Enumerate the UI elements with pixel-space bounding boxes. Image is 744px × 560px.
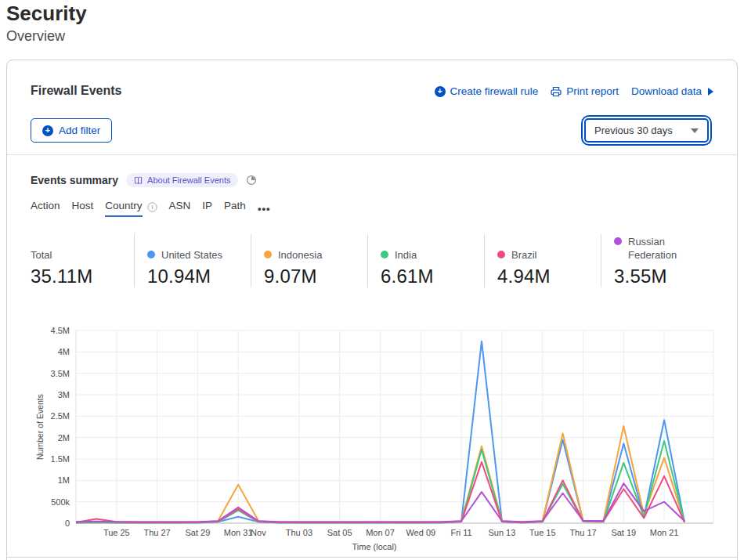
stat-value: 6.61M [381, 266, 484, 287]
stat-value: 10.94M [147, 266, 251, 287]
printer-icon [551, 86, 562, 97]
chart-canvas: 0500k1M1.5M2M2.5M3M3.5M4M4.5MTue 25Thu 2… [7, 319, 739, 555]
info-icon[interactable]: i [147, 202, 157, 212]
svg-text:Thu 17: Thu 17 [569, 528, 596, 537]
create-firewall-rule-label: Create firewall rule [450, 85, 539, 97]
about-badge-label: About Firewall Events [147, 175, 230, 185]
svg-text:4M: 4M [58, 347, 70, 356]
book-icon [134, 176, 143, 185]
stat-dot-1 [147, 251, 155, 258]
svg-text:Thu 27: Thu 27 [143, 528, 170, 537]
svg-text:Sat 29: Sat 29 [185, 528, 210, 537]
page-subtitle: Overview [6, 28, 65, 45]
tab-action[interactable]: Action [31, 200, 60, 217]
panel-actions: + Create firewall rule Print report Down… [435, 85, 713, 97]
plus-circle-icon: + [42, 125, 53, 136]
breakdown-tabs: Action Host Country i ASN IP Path ••• [31, 200, 271, 217]
svg-text:Mon 07: Mon 07 [366, 528, 395, 537]
tab-asn[interactable]: ASN [169, 200, 191, 217]
stat-brazil: Brazil 4.94M [484, 234, 601, 287]
svg-text:2M: 2M [58, 433, 70, 443]
time-range-value: Previous 30 days [594, 125, 673, 136]
stat-total: Total 35.11M [7, 234, 134, 287]
svg-text:Sat 19: Sat 19 [611, 528, 636, 537]
stat-value: 35.11M [31, 266, 134, 287]
svg-text:3.5M: 3.5M [51, 369, 70, 378]
section-divider [7, 557, 737, 558]
stat-value: 4.94M [497, 266, 601, 287]
firewall-events-panel: Firewall Events + Create firewall rule P… [6, 60, 738, 560]
svg-text:3M: 3M [58, 390, 70, 399]
stat-value: 3.55M [614, 266, 724, 287]
stat-label: Total [31, 248, 52, 262]
stat-label: India [395, 248, 417, 262]
about-firewall-events-badge[interactable]: About Firewall Events [126, 173, 238, 187]
events-summary-header: Events summary About Firewall Events [31, 173, 257, 187]
tab-ip[interactable]: IP [202, 200, 212, 217]
events-line-chart[interactable]: 0500k1M1.5M2M2.5M3M3.5M4M4.5MTue 25Thu 2… [7, 319, 739, 555]
time-range-dropdown[interactable]: Previous 30 days [584, 118, 709, 143]
svg-text:Mon 31: Mon 31 [224, 528, 253, 537]
stats-row: Total 35.11M United States 10.94M Indone… [7, 234, 739, 287]
plus-circle-icon: + [435, 86, 446, 97]
events-summary-title: Events summary [31, 174, 118, 186]
add-filter-label: Add filter [59, 125, 100, 136]
stat-label: United States [161, 248, 222, 262]
stat-united-states: United States 10.94M [134, 234, 251, 287]
svg-text:Time (local): Time (local) [352, 542, 396, 551]
svg-text:1.5M: 1.5M [51, 454, 70, 464]
svg-text:Tue 15: Tue 15 [529, 528, 556, 537]
print-report-label: Print report [566, 85, 619, 97]
stat-dot-5 [614, 237, 622, 245]
add-filter-button[interactable]: + Add filter [31, 118, 112, 143]
stat-label: Indonesia [278, 248, 322, 262]
download-data-link[interactable]: Download data [631, 85, 713, 97]
triangle-right-icon [708, 88, 713, 96]
stat-russian-federation: Russian Federation 3.55M [601, 234, 724, 287]
stat-label: Russian Federation [628, 235, 700, 262]
svg-text:Mon 21: Mon 21 [650, 528, 679, 537]
tab-country[interactable]: Country i [105, 200, 157, 217]
svg-text:4.5M: 4.5M [51, 326, 70, 335]
stat-label: Brazil [511, 248, 537, 262]
download-data-label: Download data [631, 85, 702, 97]
svg-text:Thu 03: Thu 03 [286, 528, 312, 537]
svg-text:Tue 25: Tue 25 [103, 528, 130, 537]
stat-dot-3 [381, 251, 388, 258]
create-firewall-rule-link[interactable]: + Create firewall rule [435, 85, 539, 97]
svg-text:1M: 1M [58, 475, 70, 485]
svg-text:0: 0 [65, 518, 70, 528]
svg-text:i: i [151, 204, 153, 211]
svg-text:Sun 13: Sun 13 [488, 528, 515, 537]
page-title: Security [6, 2, 87, 26]
svg-text:Nov: Nov [251, 528, 266, 537]
panel-title: Firewall Events [31, 84, 122, 98]
stat-dot-2 [264, 251, 272, 258]
svg-text:500k: 500k [51, 497, 70, 507]
header-divider [7, 154, 737, 155]
stat-value: 9.07M [264, 266, 367, 287]
tab-host[interactable]: Host [72, 200, 94, 217]
history-clock-icon[interactable] [246, 175, 257, 186]
svg-text:Wed 09: Wed 09 [406, 528, 435, 537]
time-range-focus-ring: Previous 30 days [581, 115, 712, 146]
svg-text:Fri 11: Fri 11 [450, 528, 471, 537]
svg-text:Number of Events: Number of Events [35, 394, 45, 460]
print-report-link[interactable]: Print report [551, 85, 619, 97]
stat-indonesia: Indonesia 9.07M [251, 234, 367, 287]
svg-text:Sat 05: Sat 05 [327, 528, 352, 537]
stat-india: India 6.61M [367, 234, 484, 287]
chevron-down-icon [691, 128, 699, 133]
tab-path[interactable]: Path [224, 200, 246, 217]
tabs-overflow-button[interactable]: ••• [258, 203, 271, 215]
stat-dot-4 [497, 251, 505, 258]
svg-text:2.5M: 2.5M [51, 411, 70, 421]
